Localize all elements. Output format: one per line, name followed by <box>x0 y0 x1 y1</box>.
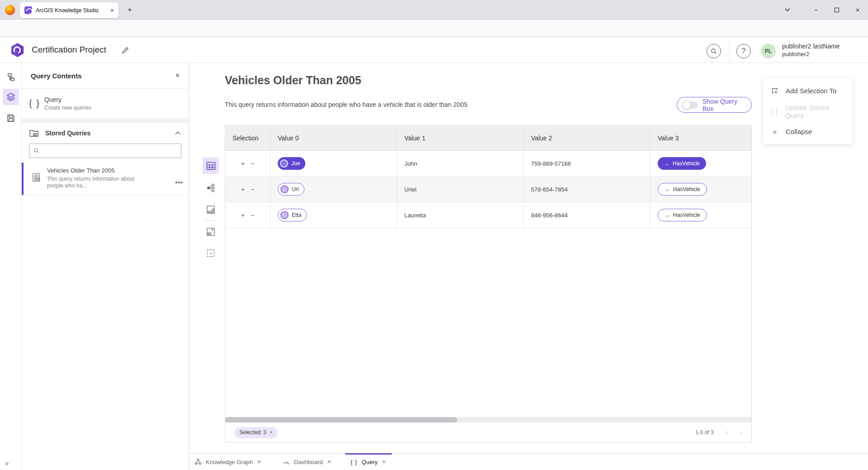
link-chart-icon <box>206 183 215 192</box>
stored-query-description: This query returns information about peo… <box>47 176 138 189</box>
stored-query-title: Vehicles Older Than 2005 <box>47 167 138 174</box>
chevron-up-icon[interactable] <box>175 131 180 135</box>
column-header: Selection <box>225 126 270 150</box>
cell-value: 846-956-8644 <box>524 202 650 228</box>
knowledge-graph-icon <box>194 458 202 465</box>
help-button[interactable]: ? <box>736 44 751 58</box>
browser-tab[interactable]: ArcGIS Knowledge Studio × <box>20 2 119 18</box>
search-input[interactable] <box>43 148 177 154</box>
relationship-pill[interactable]: →HasVehicle <box>658 209 707 221</box>
tab-dashboard[interactable]: Dashboard ✕ <box>283 454 332 470</box>
close-window-button[interactable]: × <box>847 6 868 14</box>
entity-avatar-icon <box>280 159 288 168</box>
cell-value: 578-654-7854 <box>524 177 650 202</box>
browser-urlbar: ← → https://dev0028833.esri.com/portal/a… <box>0 20 868 37</box>
table-icon <box>206 162 216 170</box>
browser-tab-title: ArcGIS Knowledge Studio <box>36 7 108 14</box>
query-title: Vehicles Older Than 2005 <box>225 74 361 87</box>
arcgis-favicon-icon <box>24 6 32 14</box>
clear-selection-icon[interactable]: × <box>270 429 273 436</box>
maximize-button[interactable] <box>826 6 847 14</box>
stored-queries-search[interactable] <box>29 144 181 158</box>
cell-value: Uriel <box>397 177 524 202</box>
selection-box-icon <box>206 249 215 258</box>
menu-item-collapse[interactable]: » Collapse <box>763 121 853 142</box>
show-query-box-toggle[interactable]: Show Query Box <box>677 97 752 113</box>
next-page-icon[interactable]: › <box>740 428 742 437</box>
tab-close-icon[interactable]: × <box>108 7 114 14</box>
list-tabs-icon[interactable] <box>785 8 806 12</box>
tab-close-icon[interactable]: ✕ <box>327 459 332 465</box>
expand-rail-icon[interactable]: » <box>5 459 9 467</box>
tab-close-icon[interactable]: ✕ <box>382 459 386 465</box>
new-tab-button[interactable]: + <box>128 5 132 14</box>
cell-value: 759-889-57168 <box>524 151 650 176</box>
remove-from-selection-button[interactable]: − <box>251 212 255 219</box>
selected-count-chip[interactable]: Selected: 3 × <box>234 427 278 438</box>
left-rail: » <box>0 63 22 470</box>
map-icon <box>206 205 215 214</box>
minimize-button[interactable]: − <box>806 6 826 14</box>
project-title: Certification Project <box>32 45 106 55</box>
table-footer: Selected: 3 × 1-3 of 3 ‹ › <box>225 422 751 442</box>
item-overflow-menu-icon[interactable]: ••• <box>175 179 183 186</box>
relationship-pill[interactable]: →HasVehicle <box>658 183 707 196</box>
query-item-subtitle: Create new queries <box>44 105 91 111</box>
stored-query-item[interactable]: Vehicles Older Than 2005 This query retu… <box>22 163 189 195</box>
entity-pill[interactable]: Uri <box>278 183 304 196</box>
add-to-map-button[interactable] <box>203 224 219 240</box>
table-row: + − Uri Uriel 578-654-7854 →HasVehicle <box>225 177 751 202</box>
save-icon <box>6 114 15 123</box>
add-to-selection-button[interactable]: + <box>241 186 245 193</box>
remove-from-selection-button[interactable]: − <box>251 160 255 167</box>
horizontal-scrollbar[interactable] <box>225 417 751 422</box>
search-button[interactable] <box>707 44 721 58</box>
query-create-item[interactable]: { } Query Create new queries <box>22 89 189 118</box>
show-query-box-label: Show Query Box <box>702 98 746 112</box>
layers-icon <box>6 92 16 102</box>
scrollbar-thumb[interactable] <box>225 417 457 422</box>
menu-item-update-stored-query[interactable]: { } Update Stored Query <box>763 101 853 121</box>
column-header: Value 3 <box>650 126 751 150</box>
avatar[interactable]: PL <box>761 43 776 58</box>
remove-from-selection-button[interactable]: − <box>251 186 255 193</box>
search-icon <box>711 48 717 55</box>
entity-pill[interactable]: Joe <box>278 157 305 170</box>
table-view-button[interactable] <box>203 158 219 174</box>
select-tool-button[interactable] <box>203 245 219 261</box>
user-info[interactable]: publisher2 lastName publisher2 <box>782 43 840 58</box>
rail-project-tree-button[interactable] <box>3 69 19 85</box>
edit-project-icon[interactable] <box>121 46 129 54</box>
panel-divider-band <box>22 118 189 123</box>
tab-query[interactable]: { } Query ✕ <box>351 454 386 470</box>
relationship-pill[interactable]: →HasVehicle <box>658 157 706 170</box>
cell-value: John <box>397 151 524 176</box>
panel-close-icon[interactable]: × <box>175 72 180 80</box>
braces-icon: { } <box>770 107 779 115</box>
query-description: This query returns information about peo… <box>225 101 469 108</box>
toggle-knob <box>682 101 691 110</box>
pagination-range: 1-3 of 3 <box>695 429 714 436</box>
map-view-button[interactable] <box>203 201 219 218</box>
table-row: + − Joe John 759-889-57168 →HasVehicle <box>225 151 751 177</box>
arrow-right-icon: → <box>664 160 669 167</box>
selected-count-label: Selected: 3 <box>239 429 266 436</box>
tab-knowledge-graph[interactable]: Knowledge Graph ✕ <box>194 454 261 470</box>
rail-contents-button[interactable] <box>3 89 19 105</box>
table-header-row: Selection Value 0 Value 1 Value 2 Value … <box>225 126 751 151</box>
header-divider <box>729 41 730 61</box>
stored-queries-header[interactable]: Stored Queries <box>22 123 189 143</box>
arrow-right-icon: → <box>664 186 670 192</box>
tab-close-icon[interactable]: ✕ <box>257 459 261 465</box>
add-to-selection-button[interactable]: + <box>241 212 245 219</box>
add-to-selection-button[interactable]: + <box>241 160 245 167</box>
search-icon <box>33 148 39 154</box>
menu-item-add-selection-to[interactable]: Add Selection To <box>763 81 853 101</box>
link-chart-button[interactable] <box>203 180 219 196</box>
rail-save-button[interactable] <box>3 110 19 126</box>
bottom-tab-bar: Knowledge Graph ✕ Dashboard ✕ { } Query … <box>189 453 868 470</box>
firefox-logo-icon[interactable] <box>5 5 15 15</box>
previous-page-icon[interactable]: ‹ <box>726 428 728 437</box>
window-controls: − × <box>785 0 868 20</box>
entity-pill[interactable]: Etta <box>278 209 307 221</box>
